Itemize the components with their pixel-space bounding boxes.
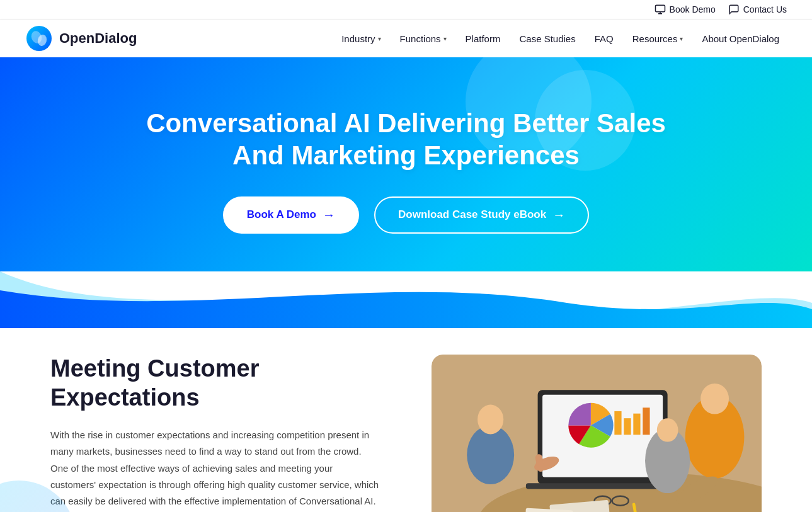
nav-link-functions[interactable]: Functions ▾: [392, 28, 454, 49]
svg-point-18: [700, 384, 729, 414]
nav-link-platform[interactable]: Platform: [458, 28, 508, 49]
arrow-icon: →: [323, 208, 335, 222]
content-section: Meeting Customer Expectations With the r…: [0, 329, 812, 512]
nav-item-industry[interactable]: Industry ▾: [334, 28, 388, 49]
logo[interactable]: OpenDialog: [25, 25, 137, 52]
nav-link-resources[interactable]: Resources ▾: [625, 28, 691, 49]
download-ebook-label: Download Case Study eBook: [398, 208, 546, 221]
nav-links: Industry ▾ Functions ▾ Platform Case Stu…: [334, 28, 787, 49]
nav-label-about: About OpenDialog: [702, 33, 779, 44]
logo-text: OpenDialog: [59, 30, 137, 47]
hero-bubble-2: [535, 70, 636, 171]
nav-link-about[interactable]: About OpenDialog: [694, 28, 787, 49]
navbar: OpenDialog Industry ▾ Functions ▾ Platfo…: [0, 20, 812, 57]
nav-item-platform[interactable]: Platform: [458, 28, 508, 49]
chat-icon: [728, 4, 740, 15]
nav-item-case-studies[interactable]: Case Studies: [512, 28, 583, 49]
book-demo-topbar[interactable]: Book Demo: [655, 4, 716, 15]
book-demo-label: Book A Demo: [247, 208, 316, 221]
top-bar: Book Demo Contact Us: [0, 0, 812, 20]
svg-point-20: [656, 418, 678, 441]
svg-rect-0: [655, 5, 665, 12]
arrow-icon: →: [552, 208, 565, 222]
nav-label-platform: Platform: [466, 33, 501, 44]
svg-rect-8: [614, 411, 621, 435]
wave-divider: [0, 271, 812, 329]
svg-rect-11: [643, 407, 649, 435]
svg-rect-10: [633, 414, 640, 435]
svg-rect-9: [624, 418, 631, 435]
nav-label-case-studies: Case Studies: [519, 33, 575, 44]
chevron-down-icon: ▾: [680, 35, 683, 42]
content-left: Meeting Customer Expectations With the r…: [50, 355, 381, 509]
contact-us-label: Contact Us: [743, 4, 787, 14]
wave-svg: [0, 271, 812, 328]
content-right: [432, 355, 762, 512]
nav-item-functions[interactable]: Functions ▾: [392, 28, 454, 49]
nav-item-faq[interactable]: FAQ: [587, 28, 621, 49]
svg-point-16: [477, 405, 503, 435]
chevron-down-icon: ▾: [378, 35, 381, 42]
monitor-icon: [655, 4, 666, 15]
nav-item-about[interactable]: About OpenDialog: [694, 28, 787, 49]
nav-label-faq: FAQ: [595, 33, 614, 44]
book-demo-label: Book Demo: [670, 4, 716, 14]
section-title: Meeting Customer Expectations: [50, 355, 381, 412]
section-title-line1: Meeting Customer: [50, 355, 259, 382]
nav-label-resources: Resources: [632, 33, 678, 44]
meeting-image: [432, 355, 762, 512]
hero-buttons: Book A Demo → Download Case Study eBook …: [223, 196, 589, 234]
nav-item-resources[interactable]: Resources ▾: [625, 28, 691, 49]
download-ebook-button[interactable]: Download Case Study eBook →: [374, 196, 589, 234]
nav-label-industry: Industry: [341, 33, 375, 44]
book-demo-button[interactable]: Book A Demo →: [223, 196, 359, 234]
nav-link-industry[interactable]: Industry ▾: [334, 28, 388, 49]
section-body-text: With the rise in customer expectations a…: [50, 427, 381, 509]
nav-link-case-studies[interactable]: Case Studies: [512, 28, 583, 49]
contact-us-topbar[interactable]: Contact Us: [728, 4, 787, 15]
nav-link-faq[interactable]: FAQ: [587, 28, 621, 49]
chevron-down-icon: ▾: [443, 35, 447, 42]
section-title-line2: Expectations: [50, 384, 200, 411]
logo-icon: [25, 25, 53, 52]
nav-label-functions: Functions: [400, 33, 441, 44]
